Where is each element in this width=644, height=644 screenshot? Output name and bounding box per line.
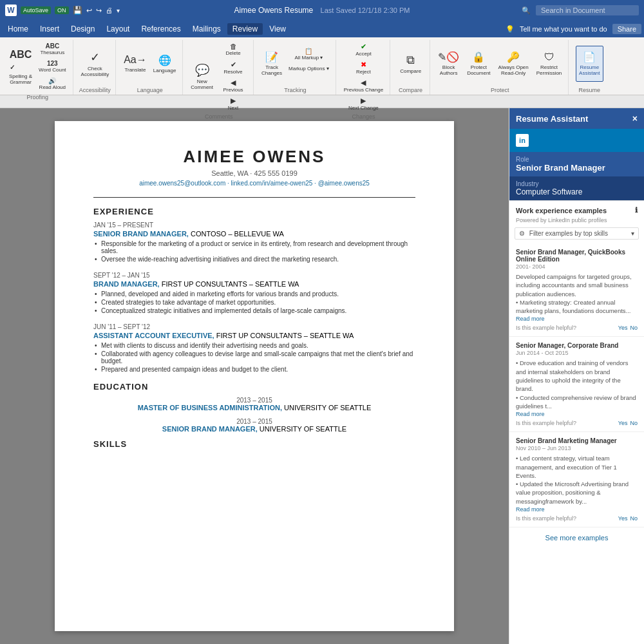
main-area: AIMEE OWENS Seattle, WA · 425 555 0199 a… — [0, 108, 644, 644]
language-button[interactable]: 🌐 Language — [151, 46, 179, 82]
helpful-label-3: Is this example helpful? — [516, 515, 576, 522]
restrict-permission-button[interactable]: 🛡 RestrictPermission — [534, 46, 565, 82]
job-date-2: SEPT '12 – JAN '15 — [93, 272, 415, 279]
job-title-rest-3: FIRST UP CONSULTANTS – SEATTLE WA — [216, 332, 354, 339]
role-label: Role — [516, 156, 638, 163]
compare-label: Compare — [400, 68, 421, 74]
accept-button[interactable]: ✔ Accept — [341, 41, 386, 58]
word-count-label: Word Count — [39, 67, 66, 73]
redo-icon[interactable]: ↪ — [96, 6, 102, 15]
all-markup-label: All Markup ▾ — [294, 55, 323, 61]
work-exp-info-icon[interactable]: ℹ — [635, 206, 638, 214]
thesaurus-label: Thesaurus — [40, 50, 64, 55]
read-aloud-button[interactable]: 🔊 Read Aloud — [36, 76, 69, 93]
print-icon[interactable]: 🖨 — [106, 6, 113, 14]
new-comment-button[interactable]: 💬 NewComment — [188, 59, 216, 95]
markup-options-button[interactable]: Markup Options ▾ — [286, 64, 332, 81]
accept-label: Accept — [355, 51, 371, 57]
word-count-button[interactable]: 123 Word Count — [36, 59, 69, 75]
title-bar-right: 🔍 — [522, 5, 639, 15]
skills-title: SKILLS — [93, 439, 415, 449]
autosave-toggle[interactable]: ON — [55, 6, 69, 14]
delete-label: Delete — [225, 50, 240, 56]
delete-comment-button[interactable]: 🗑 Delete — [217, 41, 249, 58]
compare-button[interactable]: ⧉ Compare — [397, 46, 424, 82]
resume-assistant-button[interactable]: 📄 ResumeAssistant — [576, 46, 603, 82]
undo-icon[interactable]: ↩ — [86, 6, 92, 15]
translate-button[interactable]: Aa→ Translate — [121, 46, 149, 82]
helpful-label-1: Is this example helpful? — [516, 325, 576, 331]
linkedin-logo: in — [516, 134, 529, 147]
work-exp-label: Work experience examples — [516, 207, 607, 214]
customize-icon[interactable]: ▾ — [117, 7, 120, 14]
new-comment-label: NewComment — [191, 79, 213, 90]
example-read-more-2[interactable]: Read more — [516, 411, 545, 417]
job-bullet-2-3: Conceptualized strategic initiatives and… — [93, 307, 415, 314]
example-dates-3: Nov 2010 – Jun 2013 — [516, 445, 638, 451]
ribbon-group-protect: ✎🚫 BlockAuthors 🔒 ProtectDocument 🔑 Alwa… — [431, 40, 569, 95]
search-input[interactable] — [536, 5, 639, 15]
menu-item-mailings[interactable]: Mailings — [187, 23, 226, 35]
resolve-label: Resolve — [224, 69, 243, 75]
share-button[interactable]: Share — [612, 24, 641, 34]
industry-value: Computer Software — [516, 187, 638, 196]
no-vote-1[interactable]: No — [630, 325, 638, 331]
menu-item-view[interactable]: View — [264, 23, 291, 35]
protect-doc-label: ProtectDocument — [467, 64, 490, 76]
next-change-icon: ▶ — [361, 97, 366, 105]
thesaurus-icon: ABC — [45, 43, 59, 50]
job-block-3: JUN '11 – SEPT '12 ASSISTANT ACCOUNT EXE… — [93, 323, 415, 373]
menu-item-layout[interactable]: Layout — [101, 23, 135, 35]
menu-item-design[interactable]: Design — [66, 23, 100, 35]
check-accessibility-button[interactable]: ✓ CheckAccessibility — [79, 46, 112, 82]
no-vote-2[interactable]: No — [630, 420, 638, 426]
tell-me-input[interactable]: Tell me what you want to do — [520, 25, 607, 33]
new-comment-icon: 💬 — [195, 63, 209, 77]
thesaurus-button[interactable]: ABC Thesaurus — [36, 41, 69, 58]
example-bullet-2: • Conducted comprehensive review of bran… — [516, 393, 638, 411]
example-read-more-1[interactable]: Read more — [516, 316, 545, 322]
save-icon[interactable]: 💾 — [73, 6, 82, 15]
menu-item-home[interactable]: Home — [3, 23, 33, 35]
job-bullet-1-2: Oversee the wide-reaching advertising in… — [93, 256, 415, 263]
panel-close-button[interactable]: × — [632, 113, 638, 124]
spelling-grammar-button[interactable]: ABC✓ Spelling &Grammar — [6, 49, 35, 85]
document-area[interactable]: AIMEE OWENS Seattle, WA · 425 555 0199 a… — [0, 108, 509, 644]
see-more-button[interactable]: See more examples — [509, 527, 644, 548]
menu-bar-right: 💡 Tell me what you want to do Share — [506, 24, 641, 34]
panel-title: Resume Assistant — [516, 114, 588, 124]
yes-vote-3[interactable]: Yes — [618, 515, 628, 522]
protect-doc-button[interactable]: 🔒 ProtectDocument — [464, 46, 493, 82]
resolve-button[interactable]: ✔ Resolve — [217, 59, 249, 76]
prev-change-button[interactable]: ◀ Previous Change — [341, 77, 386, 94]
job-bullet-2-1: Planned, developed and aided in marketin… — [93, 290, 415, 298]
always-open-button[interactable]: 🔑 Always OpenRead-Only — [496, 46, 531, 82]
all-markup-button[interactable]: 📋 All Markup ▾ — [286, 46, 332, 63]
example-read-more-3[interactable]: Read more — [516, 506, 545, 513]
track-changes-button[interactable]: 📝 TrackChanges — [259, 46, 285, 82]
edu-degree-bold-1: MASTER OF BUSINESS ADMINISTRATION, — [138, 404, 282, 412]
yes-vote-1[interactable]: Yes — [618, 325, 628, 331]
education-title: EDUCATION — [93, 382, 415, 392]
proofing-label: Proofing — [27, 94, 49, 100]
menu-item-insert[interactable]: Insert — [35, 23, 64, 35]
spelling-icon: ABC✓ — [10, 49, 32, 72]
example-card-2: Senior Manager, Corporate Brand Jun 2014… — [509, 337, 644, 432]
menu-item-references[interactable]: References — [136, 23, 185, 35]
block-authors-button[interactable]: ✎🚫 BlockAuthors — [435, 46, 462, 82]
job-title-bold-3: ASSISTANT ACCOUNT EXECUTIVE, — [93, 332, 214, 339]
ribbon-group-comments: 💬 NewComment 🗑 Delete ✔ Resolve ◀ Previo… — [184, 40, 254, 95]
ribbon-group-language: Aa→ Translate 🌐 Language Language — [117, 40, 183, 95]
accept-icon: ✔ — [361, 43, 366, 51]
panel-header: Resume Assistant × — [509, 108, 644, 129]
filter-dropdown-icon: ▾ — [631, 230, 634, 237]
no-vote-3[interactable]: No — [630, 515, 638, 522]
previous-comment-button[interactable]: ◀ Previous — [217, 77, 249, 94]
reject-button[interactable]: ✖ Reject — [341, 59, 386, 76]
menu-item-review[interactable]: Review — [227, 23, 263, 35]
yes-vote-2[interactable]: Yes — [618, 420, 628, 426]
title-bar: W AutoSave ON 💾 ↩ ↪ 🖨 ▾ Aimee Owens Resu… — [0, 0, 644, 21]
filter-bar[interactable]: ⚙ Filter examples by top skills ▾ — [515, 227, 639, 240]
track-changes-icon: 📝 — [265, 51, 278, 63]
resume-group-label: Resume — [579, 87, 601, 93]
